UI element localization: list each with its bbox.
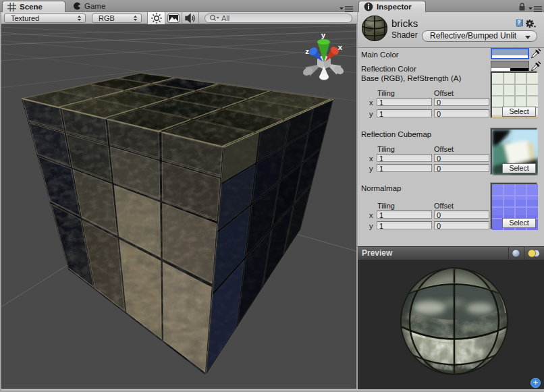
svg-text:x: x bbox=[338, 43, 343, 51]
svg-text:y: y bbox=[321, 31, 326, 39]
svg-text:?: ? bbox=[517, 19, 520, 26]
svg-text:z: z bbox=[305, 47, 309, 55]
